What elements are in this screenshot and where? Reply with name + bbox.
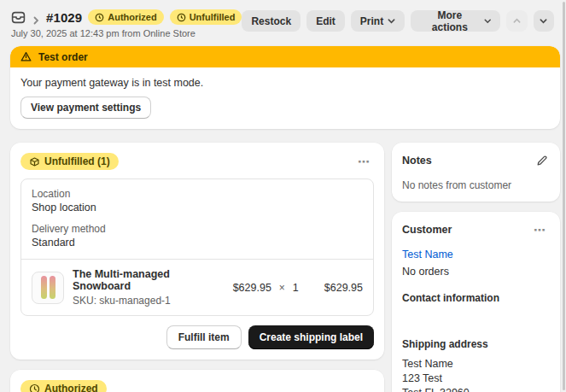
address-line: 123 Test: [402, 372, 550, 385]
fulfillment-card: Unfulfilled (1) ⋯ Location Shop location…: [10, 143, 384, 360]
customer-card: Customer ⋯ Test Name No orders Contact i…: [392, 212, 560, 392]
badge-label: Unfulfilled: [190, 12, 236, 22]
clock-icon: [95, 13, 104, 22]
right-column: Notes No notes from customer Customer ⋯ …: [392, 143, 560, 392]
customer-name-link[interactable]: Test Name: [402, 249, 550, 260]
notes-card: Notes No notes from customer: [392, 143, 560, 202]
shipping-address: Test Name 123 Test Test FL 32960 United …: [402, 358, 550, 392]
warning-icon: [20, 51, 32, 62]
banner-message: Your payment gateway is in test mode.: [20, 77, 550, 89]
product-sku: SKU: sku-managed-1: [73, 295, 225, 307]
notes-title: Notes: [402, 155, 432, 167]
order-title: #1029: [46, 10, 82, 25]
chevron-right-icon: [32, 13, 40, 21]
print-label: Print: [360, 15, 383, 27]
authorized-badge: Authorized: [20, 380, 107, 392]
snowboard-image: [50, 276, 55, 299]
banner-body: Your payment gateway is in test mode. Vi…: [10, 67, 560, 129]
more-actions-button[interactable]: More actions: [411, 10, 500, 32]
fulfill-item-button[interactable]: Fulfill item: [166, 325, 242, 349]
badge-label: Authorized: [108, 12, 156, 22]
edit-label: Edit: [316, 15, 336, 27]
edit-button[interactable]: Edit: [306, 10, 345, 32]
address-line: Test FL 32960: [402, 387, 550, 392]
quantity: 1: [293, 282, 299, 294]
clock-icon: [29, 383, 40, 392]
chevron-up-icon: [513, 17, 521, 25]
clock-icon: [177, 13, 186, 22]
orders-icon[interactable]: [11, 10, 26, 25]
product-title-link[interactable]: The Multi-managed Snowboard: [73, 268, 225, 292]
next-order-button[interactable]: [534, 10, 554, 32]
unfulfilled-badge-label: Unfulfilled (1): [44, 155, 110, 167]
banner-header: Test order: [10, 46, 560, 67]
order-page: #1029 Authorized Unfulfilled July 30, 20…: [0, 0, 566, 392]
edit-notes-button[interactable]: [534, 153, 550, 168]
delivery-method-label: Delivery method: [32, 223, 363, 235]
customer-orders-count: No orders: [402, 266, 550, 278]
unit-price: $629.95: [233, 282, 271, 294]
shipping-address-heading: Shipping address: [402, 338, 550, 350]
test-order-banner: Test order Your payment gateway is in te…: [10, 46, 560, 129]
notes-empty-text: No notes from customer: [402, 179, 550, 191]
order-date-meta: July 30, 2025 at 12:43 pm from Online St…: [11, 28, 242, 38]
print-button[interactable]: Print: [351, 10, 405, 32]
fulfillment-menu-button[interactable]: ⋯: [354, 154, 374, 169]
header-left: #1029 Authorized Unfulfilled July 30, 20…: [11, 9, 242, 38]
unfulfilled-badge: Unfulfilled (1): [20, 153, 119, 170]
more-actions-label: More actions: [420, 9, 479, 33]
location-value: Shop location: [32, 202, 363, 214]
create-shipping-label-button[interactable]: Create shipping label: [248, 325, 374, 349]
location-label: Location: [32, 188, 363, 200]
status-badge-authorized: Authorized: [88, 9, 163, 25]
customer-menu-button[interactable]: ⋯: [530, 222, 550, 237]
fulfillment-details-box: Location Shop location Delivery method S…: [20, 178, 374, 316]
contact-information-heading: Contact information: [402, 292, 550, 304]
page-scrollbar[interactable]: [563, 2, 565, 390]
view-payment-settings-button[interactable]: View payment settings: [20, 97, 151, 119]
chevron-down-icon: [484, 17, 491, 25]
snowboard-image: [41, 276, 47, 299]
previous-order-button[interactable]: [506, 10, 527, 32]
line-total: $629.95: [324, 282, 363, 294]
left-column: Unfulfilled (1) ⋯ Location Shop location…: [10, 143, 384, 392]
payment-card: Authorized Subtotal 1 item $629.95 Shipp…: [10, 370, 384, 392]
delivery-method-value: Standard: [32, 237, 363, 249]
pencil-icon: [536, 155, 548, 167]
customer-title: Customer: [402, 224, 452, 236]
address-line: Test Name: [402, 358, 550, 371]
chevron-down-icon: [540, 17, 547, 25]
page-header: #1029 Authorized Unfulfilled July 30, 20…: [0, 0, 566, 38]
authorized-badge-label: Authorized: [44, 383, 98, 392]
multiply-sign: ×: [279, 282, 285, 294]
header-actions: Restock Edit Print More actions: [242, 10, 554, 32]
restock-button[interactable]: Restock: [242, 10, 301, 32]
chevron-down-icon: [388, 17, 395, 25]
line-item-row: The Multi-managed Snowboard SKU: sku-man…: [21, 260, 373, 315]
product-thumbnail: [32, 272, 64, 304]
line-item-pricing: $629.95 × 1 $629.95: [233, 282, 363, 294]
restock-label: Restock: [251, 15, 291, 27]
package-icon: [29, 156, 40, 167]
status-badge-unfulfilled: Unfulfilled: [170, 9, 242, 25]
banner-title: Test order: [38, 51, 88, 63]
content-columns: Unfulfilled (1) ⋯ Location Shop location…: [10, 143, 560, 392]
